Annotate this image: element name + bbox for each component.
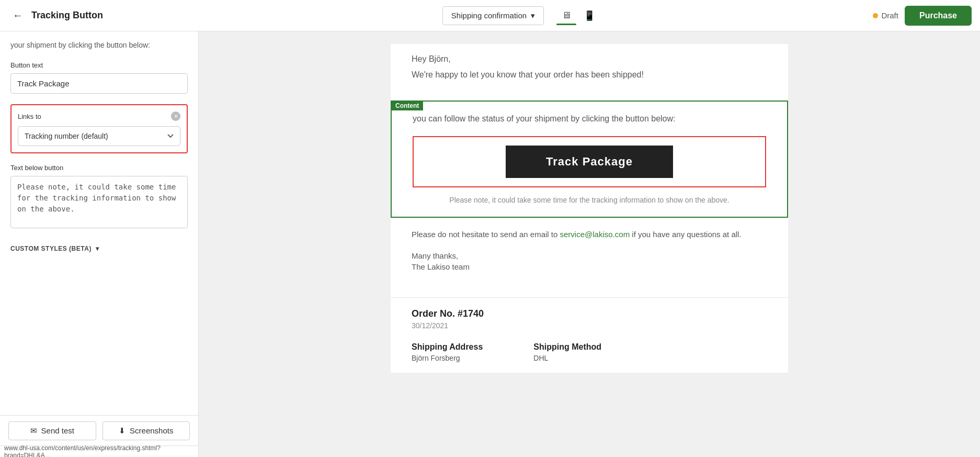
shipping-address-value: Björn Forsberg <box>412 354 523 362</box>
email-greeting: Hey Björn, <box>412 54 767 64</box>
intro-text: your shipment by clicking the button bel… <box>10 40 188 51</box>
draft-dot <box>873 13 878 18</box>
mobile-view-button[interactable]: 📱 <box>578 7 600 25</box>
custom-styles-label: CUSTOM STYLES (BETA) <box>10 245 92 252</box>
send-test-button[interactable]: ✉ Send test <box>8 421 96 440</box>
text-below-button-label: Text below button <box>10 164 188 172</box>
shipping-grid: Shipping Address Björn Forsberg Shipping… <box>412 342 767 362</box>
custom-styles-section: CUSTOM STYLES (BETA) ▾ <box>10 245 188 252</box>
view-icons: 🖥 📱 <box>556 7 600 25</box>
chevron-down-icon: ▾ <box>96 245 99 252</box>
contact-text: Please do not hesitate to send an email … <box>412 228 767 241</box>
email-header: Hey Björn, We're happy to let you know t… <box>391 44 788 101</box>
status-bar: www.dhl-usa.com/content/us/en/express/tr… <box>0 445 198 457</box>
topbar-right: Draft Purchase <box>836 6 972 26</box>
envelope-icon: ✉ <box>30 426 37 436</box>
order-date: 30/12/2021 <box>412 321 767 330</box>
left-panel: your shipment by clicking the button bel… <box>0 31 199 457</box>
order-section: Order No. #1740 30/12/2021 Shipping Addr… <box>391 297 788 373</box>
page-title: Tracking Button <box>31 10 103 21</box>
screenshots-label: Screenshots <box>130 426 173 435</box>
chevron-down-icon: ▾ <box>531 11 535 20</box>
template-dropdown[interactable]: Shipping confirmation ▾ <box>442 6 544 25</box>
desktop-view-button[interactable]: 🖥 <box>556 7 576 24</box>
download-icon: ⬇ <box>119 426 126 436</box>
send-test-label: Send test <box>41 426 74 435</box>
template-label: Shipping confirmation <box>451 11 527 20</box>
shipping-method-label: Shipping Method <box>533 342 645 352</box>
links-to-section: Links to ✕ Tracking number (default) Cus… <box>10 104 188 153</box>
right-panel: Hey Björn, We're happy to let you know t… <box>199 31 980 457</box>
track-button-area: Track Package <box>413 136 766 187</box>
back-button[interactable]: ← <box>8 7 27 24</box>
desktop-icon: 🖥 <box>562 10 571 20</box>
track-package-button[interactable]: Track Package <box>506 146 673 178</box>
mobile-icon: 📱 <box>584 10 595 21</box>
screenshots-button[interactable]: ⬇ Screenshots <box>102 421 190 440</box>
links-to-header: Links to ✕ <box>18 112 180 121</box>
links-to-label: Links to <box>18 113 41 120</box>
tracking-note: Please note, it could take some time for… <box>413 196 766 204</box>
contact-text-prefix: Please do not hesitate to send an email … <box>412 230 560 239</box>
email-shipped-msg: We're happy to let you know that your or… <box>412 70 767 80</box>
status-url: www.dhl-usa.com/content/us/en/express/tr… <box>4 444 194 458</box>
text-below-button-input[interactable]: Please note, it could take some time for… <box>10 176 188 228</box>
custom-styles-toggle[interactable]: CUSTOM STYLES (BETA) ▾ <box>10 245 99 252</box>
main-layout: your shipment by clicking the button bel… <box>0 31 980 457</box>
contact-email-link[interactable]: service@lakiso.com <box>560 230 630 239</box>
contact-text-suffix: if you have any questions at all. <box>630 230 741 239</box>
shipping-method-col: Shipping Method DHL <box>533 342 645 362</box>
links-to-dropdown[interactable]: Tracking number (default) Custom URL <box>18 126 180 146</box>
content-badge: Content <box>391 101 423 110</box>
shipping-address-col: Shipping Address Björn Forsberg <box>412 342 523 362</box>
button-text-label: Button text <box>10 61 188 69</box>
order-number: Order No. #1740 <box>412 308 767 319</box>
button-text-input[interactable] <box>10 73 188 94</box>
thanks-line2: The Lakiso team <box>412 262 767 271</box>
topbar-left: ← Tracking Button <box>8 7 207 24</box>
bottom-bar: ✉ Send test ⬇ Screenshots <box>0 415 198 445</box>
shipping-method-value: DHL <box>533 354 645 362</box>
shipping-address-label: Shipping Address <box>412 342 523 352</box>
content-block: Content you can follow the status of you… <box>391 101 788 218</box>
topbar: ← Tracking Button Shipping confirmation … <box>0 0 980 31</box>
draft-status: Draft <box>873 11 898 20</box>
email-container: Hey Björn, We're happy to let you know t… <box>391 44 788 373</box>
left-panel-content: your shipment by clicking the button bel… <box>0 31 198 415</box>
purchase-button[interactable]: Purchase <box>905 6 972 26</box>
close-icon[interactable]: ✕ <box>171 112 180 121</box>
topbar-center: Shipping confirmation ▾ 🖥 📱 <box>207 6 836 25</box>
content-text: you can follow the status of your shipme… <box>413 114 766 124</box>
email-body: Please do not hesitate to send an email … <box>391 228 788 297</box>
thanks-line1: Many thanks, <box>412 251 767 260</box>
